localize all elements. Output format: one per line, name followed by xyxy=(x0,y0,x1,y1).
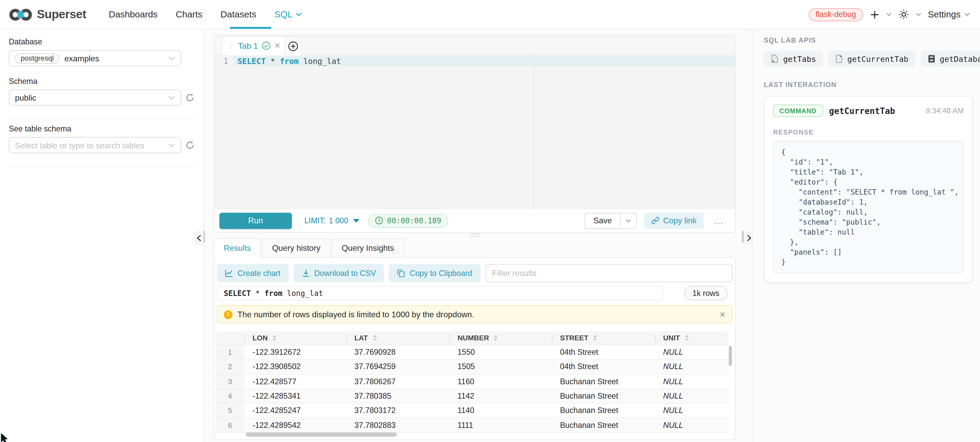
nav-datasets[interactable]: Datasets xyxy=(221,10,256,19)
get-tabs-button[interactable]: getTabs xyxy=(764,51,823,67)
save-options-chevron[interactable] xyxy=(620,212,637,229)
chevron-down-icon xyxy=(626,219,631,223)
row-number: 1 xyxy=(216,345,244,359)
create-chart-button[interactable]: Create chart xyxy=(217,264,289,282)
collapse-right-panel-button[interactable] xyxy=(745,231,754,245)
file-cabinet-icon xyxy=(927,54,935,63)
row-number-header xyxy=(216,331,244,345)
column-header-lat[interactable]: LAT xyxy=(346,331,449,345)
database-label: Database xyxy=(9,37,194,46)
response-label: RESPONSE xyxy=(773,128,964,136)
active-nav-underline xyxy=(230,27,271,29)
table-select-placeholder: Select table or type to search tables xyxy=(15,140,144,150)
sort-icon[interactable] xyxy=(685,335,689,341)
warning-text: The number of rows displayed is limited … xyxy=(237,310,474,319)
table-row[interactable]: 2 -122.3908502 37.7694259 1505 04th Stre… xyxy=(216,359,729,374)
results-panel: Create chart Download to CSV Copy to Cli… xyxy=(214,257,736,440)
chevron-left-icon xyxy=(197,235,201,241)
sql-lab-api-panel: SQL LAB APIS getTabs getCurrentTab getDa… xyxy=(752,30,980,442)
line-number: 1 xyxy=(214,55,234,66)
close-warning-icon[interactable]: ✕ xyxy=(719,310,725,319)
chevron-right-icon xyxy=(747,235,751,241)
column-header-street[interactable]: STREET xyxy=(552,331,655,345)
limit-dropdown[interactable]: LIMIT: 1 000 xyxy=(304,216,360,225)
tab-results[interactable]: Results xyxy=(214,238,261,258)
right-splitter-thumb[interactable] xyxy=(742,231,744,243)
schema-label: Schema xyxy=(9,77,194,86)
command-badge: COMMAND xyxy=(773,104,823,117)
chart-icon xyxy=(225,269,233,277)
table-row[interactable]: 3 -122.428577 37.7806267 1160 Buchanan S… xyxy=(216,374,729,389)
sql-code-editor[interactable]: 1 SELECT * from long_lat xyxy=(214,55,735,208)
tab-query-history[interactable]: Query history xyxy=(262,238,330,258)
theme-sun-icon[interactable] xyxy=(899,10,908,19)
nav-charts[interactable]: Charts xyxy=(176,10,202,19)
column-header-lon[interactable]: LON xyxy=(244,331,346,345)
check-circle-icon xyxy=(262,41,270,50)
run-button[interactable]: Run xyxy=(220,212,292,229)
filter-results-input[interactable] xyxy=(485,264,733,282)
more-actions-button[interactable]: ... xyxy=(714,215,724,226)
column-header-unit[interactable]: UNIT xyxy=(655,331,728,345)
panel-resize-handle[interactable] xyxy=(470,233,479,236)
vertical-scrollbar[interactable] xyxy=(729,346,732,366)
horizontal-scrollbar-thumb[interactable] xyxy=(246,432,397,437)
copy-clipboard-button[interactable]: Copy to Clipboard xyxy=(389,264,480,282)
save-split-button: Save xyxy=(585,212,637,229)
results-tabbar: Results Query history Query Insights xyxy=(214,238,404,258)
plus-icon[interactable] xyxy=(870,10,879,19)
database-select[interactable]: postgresql examples xyxy=(9,50,181,66)
database-sidebar: Database postgresql examples Schema publ… xyxy=(0,30,204,442)
editor-tab[interactable]: ⋮ Tab 1 ✕ xyxy=(222,36,287,55)
row-number: 4 xyxy=(216,389,244,403)
sql-lab-page: Superset Dashboards Charts Datasets SQL … xyxy=(0,0,980,442)
nav-dashboards[interactable]: Dashboards xyxy=(109,10,158,19)
cabinet-icon-button[interactable]: getDatabases xyxy=(920,51,980,67)
nav-sql[interactable]: SQL xyxy=(274,10,302,19)
clock-icon xyxy=(375,216,383,225)
database-value: examples xyxy=(64,53,99,63)
horizontal-scrollbar[interactable] xyxy=(216,432,729,437)
table-row[interactable]: 6 -122.4289542 37.7802883 1111 Buchanan … xyxy=(216,418,729,432)
table-row[interactable]: 1 -122.3912672 37.7690928 1550 04th Stre… xyxy=(216,345,729,359)
schema-value: public xyxy=(15,93,37,102)
settings-menu[interactable]: Settings xyxy=(928,10,970,19)
table-row[interactable]: 5 -122.4285247 37.7803172 1140 Buchanan … xyxy=(216,403,729,418)
link-icon xyxy=(651,216,660,225)
results-table-header: LON LAT NUMBER STREET UNIT xyxy=(216,331,729,345)
drag-grip-icon[interactable]: ⋮ xyxy=(228,42,234,49)
caret-down-icon xyxy=(353,219,360,223)
superset-logo[interactable]: Superset xyxy=(9,7,86,22)
warning-icon: ! xyxy=(224,310,232,319)
copy-icon xyxy=(397,269,406,277)
table-row[interactable]: 4 -122.4285341 37.780385 1142 Buchanan S… xyxy=(216,388,729,403)
sort-icon[interactable] xyxy=(494,335,498,341)
executed-query-sql: SELECT * from long_lat xyxy=(217,286,663,300)
plus-menu-chevron-icon[interactable] xyxy=(886,13,891,16)
row-number: 6 xyxy=(216,418,244,432)
column-header-number[interactable]: NUMBER xyxy=(450,331,552,345)
sort-icon[interactable] xyxy=(373,335,377,341)
save-button[interactable]: Save xyxy=(585,212,620,229)
chevron-down-icon xyxy=(168,56,175,60)
close-tab-icon[interactable]: ✕ xyxy=(274,41,281,50)
chevron-down-icon xyxy=(168,96,175,100)
schema-select[interactable]: public xyxy=(9,89,181,106)
print-margin-line xyxy=(534,55,535,208)
copy-link-button[interactable]: Copy link xyxy=(644,212,704,229)
add-tab-button[interactable] xyxy=(284,37,302,55)
table-select[interactable]: Select table or type to search tables xyxy=(9,137,181,153)
theme-menu-chevron-icon[interactable] xyxy=(915,13,921,16)
chevron-down-icon xyxy=(168,143,175,147)
sort-icon[interactable] xyxy=(272,335,277,341)
download-csv-button[interactable]: Download to CSV xyxy=(294,264,384,282)
tab-query-insights[interactable]: Query Insights xyxy=(332,238,404,258)
refresh-tables-icon[interactable] xyxy=(186,140,194,149)
row-limit-warning: ! The number of rows displayed is limite… xyxy=(217,305,733,324)
sort-icon[interactable] xyxy=(593,335,597,341)
get-current-tab-button[interactable]: getCurrentTab xyxy=(828,51,915,67)
chevron-down-icon xyxy=(296,13,302,16)
refresh-schemas-icon[interactable] xyxy=(186,93,194,102)
table-schema-label: See table schema xyxy=(9,124,194,133)
collapse-left-panel-button[interactable] xyxy=(194,231,204,245)
